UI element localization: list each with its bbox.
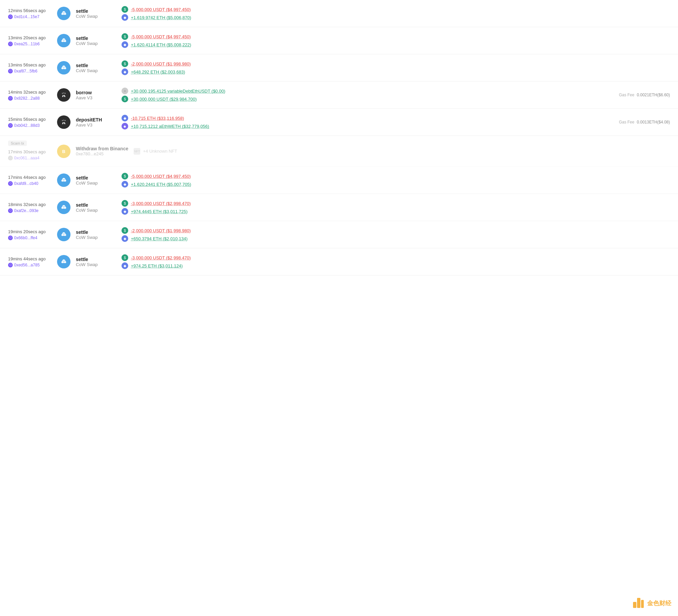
amount-value[interactable]: -2,000,000 USDT ($1,998,980) <box>131 62 191 67</box>
hash-value[interactable]: 0xc061...aaa4 <box>14 156 39 160</box>
tx-time: 17mins 30secs ago <box>8 149 52 154</box>
action-protocol: CoW Swap <box>76 41 116 46</box>
hash-value[interactable]: 0xb042...88d3 <box>14 123 40 128</box>
tx-hash[interactable]: ⬡ 0xed56...a785 <box>8 263 52 267</box>
action-protocol: CoW Swap <box>76 68 116 73</box>
table-row: 15mins 56secs ago ⬡ 0xb042...88d3 deposi… <box>0 109 678 136</box>
usdt-icon: $ <box>121 95 128 102</box>
tx-hash[interactable]: ⬡ 0xea25...11b6 <box>8 42 52 46</box>
eth-icon: ◆ <box>121 208 128 215</box>
action-name: settle <box>76 63 116 68</box>
tx-time: 14mins 32secs ago <box>8 89 52 94</box>
tx-time: 18mins 32secs ago <box>8 202 52 207</box>
amount-value[interactable]: -5,000,000 USDT ($4,997,450) <box>131 7 191 12</box>
hash-value[interactable]: 0xea25...11b6 <box>14 42 40 46</box>
tx-amounts: $ -5,000,000 USDT ($4,997,450) ◆ +1,619.… <box>121 6 670 21</box>
hash-icon: ⬡ <box>8 181 13 186</box>
tx-amounts: $ -5,000,000 USDT ($4,997,450) ◆ +1,620.… <box>121 173 670 188</box>
svg-point-37 <box>62 178 66 182</box>
amount-value[interactable]: -2,000,000 USDT ($1,998,980) <box>131 228 191 233</box>
table-row: 12mins 56secs ago ⬡ 0xd1c4...15e7 settle… <box>0 0 678 27</box>
eth-icon: ◆ <box>121 69 128 75</box>
amount-value[interactable]: -5,000,000 USDT ($4,997,450) <box>131 34 191 39</box>
amount-value[interactable]: +648.292 ETH ($2,003,683) <box>131 70 185 75</box>
tx-meta: 12mins 56secs ago ⬡ 0xd1c4...15e7 <box>8 8 52 19</box>
amount-row: ◆ +10,715.1212 aEthWETH ($32,779,056) <box>121 123 604 129</box>
action-name: settle <box>76 257 116 262</box>
cow-swap-icon <box>57 174 71 187</box>
amount-value[interactable]: -10,715 ETH ($33,116,958) <box>131 116 184 121</box>
usdt-icon: $ <box>121 6 128 13</box>
amount-value[interactable]: +1,620.2441 ETH ($5,007,705) <box>131 182 191 187</box>
aeth-icon: ◆ <box>121 123 128 129</box>
amount-value[interactable]: +10,715.1212 aEthWETH ($32,779,056) <box>131 124 209 129</box>
svg-point-3 <box>62 11 66 15</box>
svg-point-53 <box>62 232 66 236</box>
tx-action: depositETH Aave V3 <box>76 117 116 127</box>
amount-value[interactable]: +974.25 ETH ($3,011,124) <box>131 263 183 268</box>
hash-value[interactable]: 0xed56...a785 <box>14 263 40 267</box>
tx-time: 19mins 44secs ago <box>8 256 52 261</box>
tx-meta: 15mins 56secs ago ⬡ 0xb042...88d3 <box>8 117 52 128</box>
transaction-list: 12mins 56secs ago ⬡ 0xd1c4...15e7 settle… <box>0 0 678 275</box>
hash-value[interactable]: 0xaf87...5fb6 <box>14 69 37 74</box>
action-name: settle <box>76 36 116 41</box>
svg-point-27 <box>65 93 66 94</box>
amount-value[interactable]: +1,620.4114 ETH ($5,008,222) <box>131 42 191 47</box>
tx-hash[interactable]: ⬡ 0xafd9...cb40 <box>8 181 52 186</box>
gas-fee-label: Gas Fee <box>619 120 634 124</box>
action-name: settle <box>76 202 116 208</box>
hash-icon: ⬡ <box>8 123 13 128</box>
amount-row: $ +30,000,000 USDT ($29,984,700) <box>121 95 604 102</box>
tx-hash[interactable]: ⬡ 0x8282...2a88 <box>8 96 52 101</box>
hash-value[interactable]: 0xd1c4...15e7 <box>14 14 39 19</box>
tx-time: 13mins 20secs ago <box>8 35 52 40</box>
hash-value[interactable]: 0x8282...2a88 <box>14 96 40 101</box>
tx-time: 12mins 56secs ago <box>8 8 52 13</box>
amount-value[interactable]: -3,000,000 USDT ($2,998,470) <box>131 255 191 260</box>
tx-hash[interactable]: ⬡ 0xb042...88d3 <box>8 123 52 128</box>
tx-hash[interactable]: ⬡ 0x66b0...ffe4 <box>8 235 52 240</box>
tx-hash[interactable]: ⬡ 0xd1c4...15e7 <box>8 14 52 19</box>
amount-value[interactable]: +650.3794 ETH ($2,010,134) <box>131 236 188 241</box>
tx-amounts: ◆ -10,715 ETH ($33,116,958) ◆ +10,715.12… <box>121 115 604 129</box>
amount-value[interactable]: +1,619.9742 ETH ($5,006,870) <box>131 15 191 20</box>
eth-icon: ◆ <box>121 181 128 188</box>
hash-icon: ⬡ <box>8 42 13 46</box>
tx-hash[interactable]: ⬡ 0xaf87...5fb6 <box>8 69 52 74</box>
amount-row: $ -3,000,000 USDT ($2,998,470) <box>121 200 670 207</box>
hash-icon: ⬡ <box>8 208 13 213</box>
table-row: Scam tx 17mins 30secs ago ⬡ 0xc061...aaa… <box>0 136 678 167</box>
tx-action: settle CoW Swap <box>76 63 116 73</box>
amount-value[interactable]: -3,000,000 USDT ($2,998,470) <box>131 201 191 206</box>
amount-value[interactable]: -5,000,000 USDT ($4,997,450) <box>131 174 191 179</box>
tx-time: 13mins 56secs ago <box>8 63 52 68</box>
action-protocol: CoW Swap <box>76 235 116 240</box>
tx-meta: 19mins 20secs ago ⬡ 0x66b0...ffe4 <box>8 229 52 240</box>
amount-value[interactable]: +30,000,000 USDT ($29,984,700) <box>131 97 197 102</box>
amount-value[interactable]: +4 Unknown NFT <box>143 149 177 154</box>
table-row: 14mins 32secs ago ⬡ 0x8282...2a88 borrow… <box>0 81 678 109</box>
hash-value[interactable]: 0xafd9...cb40 <box>14 181 38 186</box>
tx-hash[interactable]: ⬡ 0xc061...aaa4 <box>8 156 52 160</box>
hash-icon: ⬡ <box>8 96 13 101</box>
svg-point-61 <box>62 260 66 263</box>
svg-point-30 <box>62 120 63 121</box>
eth-icon: ◆ <box>121 262 128 269</box>
amount-row: ◆ +1,620.4114 ETH ($5,008,222) <box>121 41 670 48</box>
hash-value[interactable]: 0xaf2e...093e <box>14 208 39 213</box>
action-name: settle <box>76 8 116 14</box>
svg-point-29 <box>63 120 65 122</box>
amount-row: ◆ +974.4445 ETH ($3,011,725) <box>121 208 670 215</box>
amount-value[interactable]: +974.4445 ETH ($3,011,725) <box>131 209 188 214</box>
gas-fee-value: 0.0021ETH($6.60) <box>637 92 670 97</box>
svg-point-25 <box>63 93 65 95</box>
hash-value[interactable]: 0x66b0...ffe4 <box>14 235 37 240</box>
action-name: depositETH <box>76 117 116 122</box>
cow-swap-icon <box>57 34 71 47</box>
tx-action: settle CoW Swap <box>76 175 116 186</box>
amount-value[interactable]: +30,000,195.4125 variableDebtEthUSDT ($0… <box>131 88 225 93</box>
table-row: 19mins 20secs ago ⬡ 0x66b0...ffe4 settle… <box>0 221 678 248</box>
amount-row: $ -2,000,000 USDT ($1,998,980) <box>121 61 670 67</box>
tx-hash[interactable]: ⬡ 0xaf2e...093e <box>8 208 52 213</box>
